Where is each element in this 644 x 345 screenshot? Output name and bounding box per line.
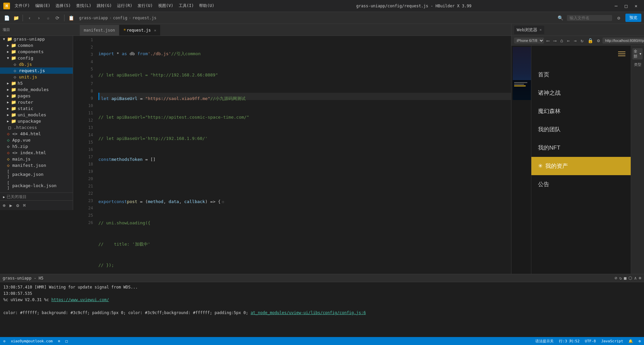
code-editor[interactable]: 12345 678910 1112131415 1617181920 21222… xyxy=(80,36,511,274)
filter-icon[interactable]: ⚙ xyxy=(615,14,623,22)
sidebar-item-manifest-json[interactable]: ◇ manifest.json xyxy=(0,162,73,169)
sidebar-item-pages[interactable]: ▶ 📁 pages xyxy=(0,93,73,99)
menu-run[interactable]: 运行(R) xyxy=(115,2,134,9)
stop-icon[interactable]: ■ xyxy=(624,276,627,281)
status-settings-icon[interactable]: ⚙ xyxy=(638,339,641,343)
new-file-icon[interactable]: 📄 xyxy=(3,14,11,22)
status-bar: ⊙ xiao9ym@outlook.com ≡ □ 语法提示关 行:3 列:52… xyxy=(0,337,644,345)
uview-link[interactable]: https://www.uviewui.com/ xyxy=(52,297,109,302)
run-icon[interactable]: ▶ xyxy=(9,203,12,208)
menu-select[interactable]: 选择(S) xyxy=(54,2,73,9)
nav-item-my-team[interactable]: 我的团队 xyxy=(531,120,631,139)
menu-bar[interactable]: 文件(F) 编辑(E) 选择(S) 查找(L) 跳转(G) 运行(R) 发行(U… xyxy=(13,2,216,9)
nav-item-my-nft[interactable]: 我的NFT xyxy=(531,139,631,157)
nav-refresh-icon[interactable]: ↻ xyxy=(579,37,585,44)
sidebar-item-package-lock-json[interactable]: [ ] package-lock.json xyxy=(0,180,73,191)
sidebar-item-static[interactable]: ▶ 📁 static xyxy=(0,105,73,112)
sidebar-item-index-html[interactable]: ◇ <> index.html xyxy=(0,150,73,156)
sidebar-item-uni-modules[interactable]: ▶ 📁 uni_modules xyxy=(0,112,73,118)
nav-item-magic-forest[interactable]: 魔幻森林 xyxy=(531,102,631,120)
external-link-icon[interactable]: ⬡ xyxy=(628,276,632,281)
breadcrumb-project[interactable]: grass-uniapp xyxy=(79,16,108,20)
sidebar-item-h5[interactable]: ▶ 📁 h5 xyxy=(0,80,73,86)
menu-help[interactable]: 帮助(U) xyxy=(197,2,216,9)
nav-right-icon[interactable]: ⟶ xyxy=(552,37,557,44)
sidebar-item-router[interactable]: ▶ 📁 router xyxy=(0,99,73,105)
minimize-button[interactable]: ─ xyxy=(611,1,621,11)
breadcrumb-folder[interactable]: config xyxy=(113,16,127,20)
preview-button[interactable]: 预览 xyxy=(625,14,641,22)
search-input[interactable] xyxy=(570,16,609,20)
device-selector[interactable]: iPhone 6/7/8 iPhone X iPad xyxy=(514,38,544,44)
star-icon[interactable]: ☆ xyxy=(44,14,52,22)
nav-left-icon[interactable]: ⟵ xyxy=(545,37,551,44)
sidebar-item-config[interactable]: ▼ 📁 config xyxy=(0,55,73,61)
sidebar-item-package-json[interactable]: [ ] package.json xyxy=(0,169,73,180)
url-bar[interactable] xyxy=(602,38,644,44)
nav-back-icon[interactable]: ← xyxy=(566,37,571,44)
history-icon[interactable]: ⟳ xyxy=(54,14,61,22)
clear-console-icon[interactable]: ⊘ xyxy=(615,276,617,281)
nav-forward-icon[interactable]: → xyxy=(573,37,578,44)
sidebar-item-404-html[interactable]: ◇ <> 404.html xyxy=(0,131,73,137)
breadcrumb-file[interactable]: request.js xyxy=(133,16,157,20)
search-file-icon[interactable]: 🔍 xyxy=(556,14,564,22)
status-expand-icon[interactable]: □ xyxy=(65,339,68,343)
status-syntax-hint[interactable]: 语法提示关 xyxy=(535,339,554,344)
menu-tools[interactable]: 工具(I) xyxy=(177,2,196,9)
terminal-icon[interactable]: ⌘ xyxy=(23,203,26,208)
sidebar-item-app-vue[interactable]: ◇ App.vue xyxy=(0,137,73,143)
menu-find[interactable]: 查找(L) xyxy=(74,2,93,9)
sidebar-item-components[interactable]: ▶ 📁 components xyxy=(0,49,73,55)
close-panel-icon[interactable]: ⊗ xyxy=(639,276,641,281)
title-bar: H 文件(F) 编辑(E) 选择(S) 查找(L) 跳转(G) 运行(R) 发行… xyxy=(0,0,644,12)
full-select[interactable]: 全部 ▼ xyxy=(632,48,643,59)
nav-item-announcement[interactable]: 公告 xyxy=(531,175,631,193)
sidebar-item-unit-js[interactable]: ◇ unit.js xyxy=(0,74,73,80)
new-folder-icon[interactable]: 📁 xyxy=(12,14,20,22)
forward-icon[interactable]: › xyxy=(35,14,43,22)
nav-settings-icon[interactable]: ⚙ xyxy=(596,37,601,44)
nav-item-my-assets[interactable]: 我的资产 xyxy=(531,157,631,175)
menu-file[interactable]: 文件(F) xyxy=(13,2,32,9)
sidebar-item-h5-zip[interactable]: ◇ h5.zip xyxy=(0,143,73,150)
status-list-icon[interactable]: ≡ xyxy=(58,339,60,343)
nav-item-gods-war[interactable]: 诸神之战 xyxy=(531,84,631,102)
sidebar-section-closed[interactable]: ▶ 已关闭项目 xyxy=(0,192,73,200)
refresh-console-icon[interactable]: ↻ xyxy=(619,276,622,281)
menu-view[interactable]: 视图(V) xyxy=(156,2,175,9)
error-link[interactable]: at_node_modules/uview-ui/libs/config/con… xyxy=(251,310,366,315)
sidebar-item-main-js[interactable]: ◇ main.js xyxy=(0,156,73,162)
sidebar-item-request-js[interactable]: ◇ request.js xyxy=(0,67,73,74)
sidebar-item-unpackage[interactable]: ▶ 📁 unpackage xyxy=(0,118,73,124)
menu-publish[interactable]: 发行(U) xyxy=(136,2,155,9)
console-line: 13:08:57.535 xyxy=(3,290,641,297)
code-content[interactable]: import * as db from './db.js' //引入common… xyxy=(96,36,511,274)
sidebar-item-htaccess[interactable]: □ .htaccess xyxy=(0,124,73,131)
menu-edit[interactable]: 编辑(E) xyxy=(33,2,53,9)
sidebar-item-db-js[interactable]: ◇ db.js xyxy=(0,61,73,67)
tab-manifest-json[interactable]: manifest.json xyxy=(80,25,119,36)
file-tab-icon[interactable]: 📋 xyxy=(67,14,75,22)
sidebar-item-label: node_modules xyxy=(18,87,73,92)
window-controls[interactable]: ─ □ × xyxy=(611,1,641,11)
maximize-button[interactable]: □ xyxy=(621,1,631,11)
back-icon[interactable]: ‹ xyxy=(26,14,34,22)
status-language[interactable]: JavaScript xyxy=(601,339,623,343)
tab-request-js[interactable]: * request.js ✕ xyxy=(119,25,161,36)
status-notification-icon[interactable]: 🔔 xyxy=(628,339,633,343)
hamburger-menu[interactable] xyxy=(618,52,625,56)
menu-goto[interactable]: 跳转(G) xyxy=(95,2,114,9)
nav-item-home[interactable]: 首页 xyxy=(531,65,631,84)
collapse-up-icon[interactable]: ∧ xyxy=(634,276,637,281)
tab-close-icon[interactable]: ✕ xyxy=(154,28,157,33)
close-button[interactable]: × xyxy=(631,1,641,11)
sidebar-item-node-modules[interactable]: ▶ 📁 node_modules xyxy=(0,86,73,93)
browser-close-button[interactable]: ✕ xyxy=(539,28,542,32)
nav-home-icon[interactable]: ⌂ xyxy=(559,37,564,44)
sidebar-item-grass-uniapp[interactable]: ▼ 📁 grass-uniapp xyxy=(0,36,73,42)
settings-icon[interactable]: ⚙ xyxy=(16,203,19,208)
sidebar-item-common[interactable]: ▶ 📁 common xyxy=(0,42,73,49)
code-line: // }); xyxy=(98,262,511,269)
add-project-icon[interactable]: ⊕ xyxy=(3,203,5,208)
